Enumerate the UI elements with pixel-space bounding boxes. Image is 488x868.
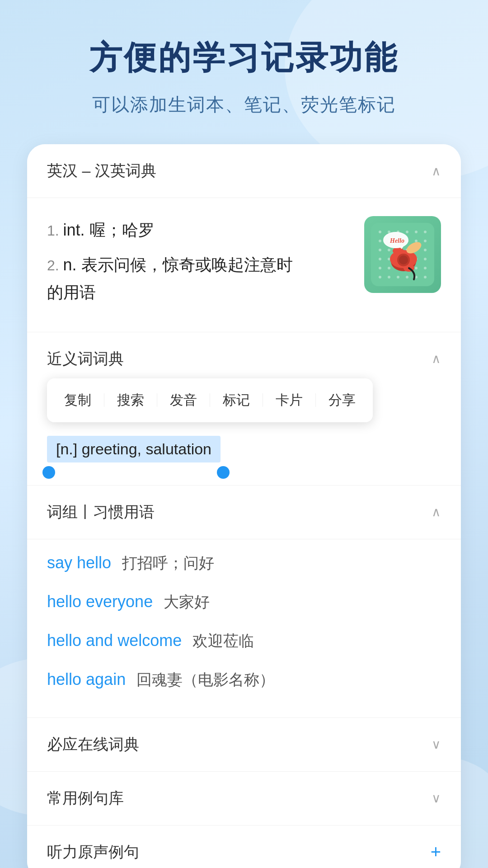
dictionary-section-title: 英汉 – 汉英词典	[47, 160, 156, 181]
svg-point-19	[379, 258, 381, 260]
svg-point-18	[424, 249, 427, 251]
listening-title: 听力原声例句	[47, 842, 139, 863]
context-menu-share[interactable]: 分享	[316, 387, 368, 413]
definitions-list: 1. int. 喔；哈罗 2. n. 表示问候，惊奇或唤起注意时的用语	[47, 216, 351, 314]
def-num-2: 2.	[47, 257, 63, 274]
context-menu-copy[interactable]: 复制	[52, 387, 104, 413]
svg-point-30	[424, 267, 427, 269]
phrase-zh-3: 回魂妻（电影名称）	[136, 670, 275, 690]
def-text-2: n. 表示问候，惊奇或唤起注意时的用语	[47, 255, 293, 302]
svg-point-24	[424, 258, 427, 260]
phrase-zh-0: 打招呼；问好	[122, 553, 214, 574]
phrase-item-hello-again[interactable]: hello again 回魂妻（电影名称）	[47, 670, 441, 690]
svg-point-11	[415, 240, 418, 242]
phrase-en-0: say hello	[47, 553, 111, 572]
svg-point-14	[388, 249, 390, 251]
hero-title: 方便的学习记录功能	[27, 36, 461, 80]
phrases-section: 词组丨习惯用语 ∧ say hello 打招呼；问好 hello everyon…	[27, 486, 461, 718]
synonym-section: 近义词词典 ∧ 复制 搜索 发音 标记 卡片 分享 [n.] greeting,…	[27, 332, 461, 486]
synonym-chevron-icon: ∧	[432, 351, 441, 366]
example-section[interactable]: 常用例句库 ∨	[27, 772, 461, 826]
svg-point-5	[415, 231, 418, 233]
context-menu-pronounce[interactable]: 发音	[157, 387, 210, 413]
context-menu-mark[interactable]: 标记	[210, 387, 263, 413]
example-chevron-down-icon: ∨	[432, 791, 441, 806]
svg-point-1	[379, 231, 381, 233]
def-text-1: int. 喔；哈罗	[63, 221, 155, 239]
def-num-1: 1.	[47, 222, 63, 239]
dictionary-chevron-icon: ∧	[432, 164, 441, 179]
dictionary-section-header[interactable]: 英汉 – 汉英词典 ∧	[27, 144, 461, 198]
phrase-zh-1: 大家好	[164, 592, 210, 613]
synonym-section-title: 近义词词典	[47, 349, 124, 369]
definition-item-1: 1. int. 喔；哈罗	[47, 216, 351, 244]
selected-text-area: [n.] greeting, salutation	[27, 431, 461, 485]
svg-point-31	[379, 276, 381, 278]
svg-point-34	[406, 276, 408, 278]
svg-point-33	[397, 276, 399, 278]
phrase-en-2: hello and welcome	[47, 631, 182, 650]
bingdict-section[interactable]: 必应在线词典 ∨	[27, 718, 461, 772]
svg-point-13	[379, 249, 381, 251]
listening-plus-icon[interactable]: +	[431, 842, 441, 862]
phrase-item-say-hello[interactable]: say hello 打招呼；问好	[47, 553, 441, 574]
phrases-header[interactable]: 词组丨习惯用语 ∧	[27, 486, 461, 539]
context-menu-card[interactable]: 卡片	[263, 387, 315, 413]
main-card: 英汉 – 汉英词典 ∧ 1. int. 喔；哈罗 2. n. 表示问候，惊奇或唤…	[27, 144, 461, 868]
phrase-item-hello-and-welcome[interactable]: hello and welcome 欢迎莅临	[47, 631, 441, 651]
phrase-zh-2: 欢迎莅临	[192, 631, 254, 651]
svg-point-4	[406, 231, 408, 233]
listening-section[interactable]: 听力原声例句 +	[27, 826, 461, 868]
svg-point-29	[415, 267, 418, 269]
svg-point-32	[388, 276, 390, 278]
svg-point-26	[388, 267, 390, 269]
phrase-item-hello-everyone[interactable]: hello everyone 大家好	[47, 592, 441, 613]
synonym-header[interactable]: 近义词词典 ∧	[27, 332, 461, 369]
phrase-en-1: hello everyone	[47, 592, 153, 611]
phrases-chevron-icon: ∧	[432, 505, 441, 519]
svg-point-7	[379, 240, 381, 242]
svg-point-36	[424, 276, 427, 278]
svg-point-6	[424, 231, 427, 233]
selection-handle-left[interactable]	[42, 466, 55, 479]
definition-item-2: 2. n. 表示问候，惊奇或唤起注意时的用语	[47, 251, 351, 306]
phrase-en-3: hello again	[47, 670, 126, 689]
phrases-section-title: 词组丨习惯用语	[47, 502, 155, 523]
svg-point-42	[399, 255, 408, 264]
svg-point-25	[379, 267, 381, 269]
definition-area: 1. int. 喔；哈罗 2. n. 表示问候，惊奇或唤起注意时的用语	[27, 198, 461, 332]
bingdict-chevron-down-icon: ∨	[432, 737, 441, 752]
example-title: 常用例句库	[47, 788, 124, 809]
selected-text[interactable]: [n.] greeting, salutation	[47, 436, 221, 462]
context-menu-search[interactable]: 搜索	[104, 387, 157, 413]
selection-handle-right[interactable]	[217, 466, 230, 479]
hello-image: Hello	[364, 216, 441, 293]
svg-text:Hello: Hello	[389, 237, 404, 244]
svg-point-12	[424, 240, 427, 242]
phrase-list: say hello 打招呼；问好 hello everyone 大家好 hell…	[27, 539, 461, 717]
hero-subtitle: 可以添加生词本、笔记、荧光笔标记	[27, 92, 461, 117]
bingdict-title: 必应在线词典	[47, 734, 139, 755]
context-menu: 复制 搜索 发音 标记 卡片 分享	[47, 378, 373, 422]
